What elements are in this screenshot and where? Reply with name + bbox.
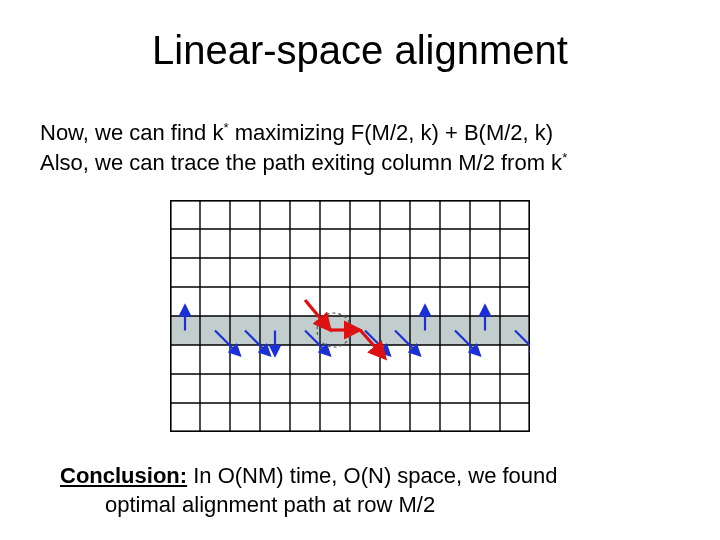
line-2-sup: * [562, 149, 567, 164]
line-1-b: maximizing F(M/2, k) + B(M/2, k) [229, 120, 554, 145]
body-text: Now, we can find k* maximizing F(M/2, k)… [40, 118, 680, 177]
slide-title: Linear-space alignment [0, 28, 720, 73]
conclusion: Conclusion: In O(NM) time, O(N) space, w… [60, 462, 660, 519]
line-2: Also, we can trace the path exiting colu… [40, 148, 680, 178]
conclusion-text-a: In O(NM) time, O(N) space, we found [187, 463, 557, 488]
line-1: Now, we can find k* maximizing F(M/2, k)… [40, 118, 680, 148]
conclusion-label: Conclusion: [60, 463, 187, 488]
slide: Linear-space alignment Now, we can find … [0, 0, 720, 540]
line-2-a: Also, we can trace the path exiting colu… [40, 150, 562, 175]
conclusion-text-b: optimal alignment path at row M/2 [60, 491, 660, 520]
line-1-a: Now, we can find k [40, 120, 223, 145]
alignment-grid-diagram [170, 200, 530, 432]
